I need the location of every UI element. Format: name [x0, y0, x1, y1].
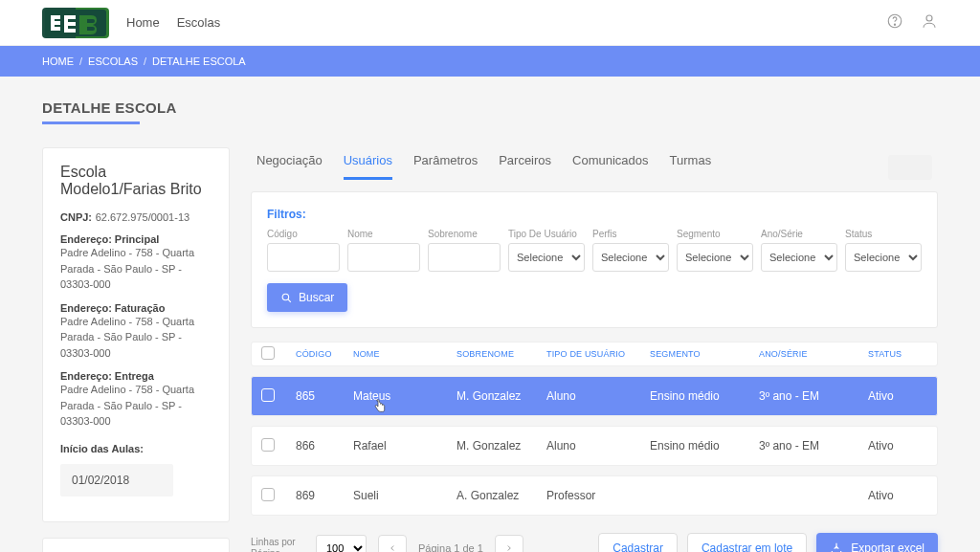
filter-card: Filtros: Código Nome Sobrenome [251, 191, 938, 328]
addr-faturacao-label: Endereço: Faturação [60, 302, 212, 314]
tab-extra-placeholder [888, 155, 932, 180]
school-name: Escola Modelo1/Farias Brito [60, 164, 212, 198]
exportar-excel-label: Exportar excel [851, 541, 924, 552]
filter-tipo-label: Tipo De Usuário [508, 229, 585, 239]
search-button[interactable]: Buscar [267, 283, 347, 312]
page-title: DETALHE ESCOLA [42, 99, 938, 116]
filter-perfis-label: Perfis [592, 229, 669, 239]
page: DETALHE ESCOLA Escola Modelo1/Farias Bri… [0, 77, 980, 552]
row-checkbox[interactable] [261, 438, 275, 452]
addr-faturacao: Padre Adelino - 758 - Quarta Parada - Sã… [60, 314, 212, 362]
filters-label: Filtros: [267, 208, 922, 221]
filter-nome-label: Nome [347, 229, 420, 239]
select-all-checkbox[interactable] [261, 346, 275, 360]
th-codigo[interactable]: CÓDIGO [296, 349, 353, 359]
breadcrumb-escolas[interactable]: ESCOLAS [88, 55, 138, 67]
search-button-label: Buscar [299, 291, 334, 304]
cadastrar-button[interactable]: Cadastrar [598, 533, 678, 552]
filter-sobrenome-input[interactable] [428, 243, 501, 272]
cell-tipo: Aluno [546, 389, 650, 403]
rows-per-page-select[interactable]: 100 [316, 535, 367, 552]
addr-entrega-label: Endereço: Entrega [60, 370, 212, 382]
th-segmento[interactable]: SEGMENTO [650, 349, 759, 359]
cell-codigo: 869 [296, 489, 353, 502]
addr-entrega: Padre Adelino - 758 - Quarta Parada - Sã… [60, 382, 212, 430]
breadcrumb-home[interactable]: HOME [42, 55, 74, 67]
exportar-excel-button[interactable]: Exportar excel [816, 533, 938, 552]
cadastrar-lote-button[interactable]: Cadastrar em lote [687, 533, 807, 552]
search-icon [280, 292, 293, 304]
filter-segmento-label: Segmento [677, 229, 753, 239]
table-header: CÓDIGO NOME SOBRENOME TIPO DE USUÁRIO SE… [251, 342, 938, 366]
breadcrumb: HOME / ESCOLAS / DETALHE ESCOLA [0, 46, 980, 77]
nav-escolas[interactable]: Escolas [177, 15, 221, 30]
prev-page-button[interactable] [378, 535, 407, 552]
cell-nome: Sueli [353, 489, 457, 502]
rows-per-page-label: Linhas por Página [251, 537, 304, 552]
help-icon[interactable] [886, 12, 903, 33]
next-page-button[interactable] [495, 535, 523, 552]
cell-sobrenome: M. Gonzalez [457, 389, 546, 403]
svg-point-3 [926, 15, 932, 21]
cell-codigo: 866 [296, 439, 353, 453]
cell-codigo: 865 [296, 389, 353, 403]
table-row[interactable]: 869 Sueli A. Gonzalez Professor Ativo [251, 475, 938, 516]
start-date-value: 01/02/2018 [60, 464, 173, 497]
table-row[interactable]: 866 Rafael M. Gonzalez Aluno Ensino médi… [251, 426, 938, 466]
cell-tipo: Aluno [546, 439, 650, 453]
filter-codigo-input[interactable] [267, 243, 340, 272]
filter-anoserie-select[interactable]: Selecione [761, 243, 837, 272]
cell-status: Ativo [868, 389, 927, 403]
filter-tipo-select[interactable]: Selecione [508, 243, 585, 272]
svg-point-4 [282, 294, 289, 300]
tab-parceiros[interactable]: Parceiros [499, 153, 551, 180]
filter-codigo-label: Código [267, 229, 340, 239]
cell-anoserie: 3º ano - EM [759, 439, 868, 453]
table-row[interactable]: 865 Mateus M. Gonzalez Aluno Ensino médi… [251, 376, 938, 416]
cell-anoserie: 3º ano - EM [759, 389, 868, 403]
cnpj-label: CNPJ: [60, 211, 92, 223]
nav-links: Home Escolas [126, 15, 220, 30]
nav-home[interactable]: Home [126, 15, 160, 30]
cell-sobrenome: A. Gonzalez [457, 489, 546, 502]
th-anoserie[interactable]: ANO/SÉRIE [759, 349, 868, 359]
user-icon[interactable] [921, 12, 938, 33]
tab-parametros[interactable]: Parâmetros [413, 153, 478, 180]
manager-card: Gestor Escola Manager Test LMS manager.l… [42, 538, 230, 553]
filter-nome-input[interactable] [347, 243, 420, 272]
cnpj-value: 62.672.975/0001-13 [96, 211, 189, 223]
tab-comunicados[interactable]: Comunicados [572, 153, 649, 180]
page-indicator: Página 1 de 1 [418, 542, 483, 552]
cell-nome: Rafael [353, 439, 457, 453]
topbar: Home Escolas [0, 0, 980, 46]
filter-sobrenome-label: Sobrenome [428, 229, 501, 239]
filter-status-select[interactable]: Selecione [845, 243, 922, 272]
logo[interactable] [42, 8, 109, 38]
topbar-right [886, 12, 938, 33]
row-checkbox[interactable] [261, 388, 275, 402]
tab-negociacao[interactable]: Negociação [256, 153, 323, 180]
svg-point-2 [894, 24, 895, 25]
th-nome[interactable]: NOME [353, 349, 457, 359]
logo-mark [45, 10, 106, 36]
row-checkbox[interactable] [261, 488, 275, 501]
th-sobrenome[interactable]: SOBRENOME [457, 349, 546, 359]
filter-segmento-select[interactable]: Selecione [677, 243, 753, 272]
cell-sobrenome: M. Gonzalez [457, 439, 546, 453]
th-tipo[interactable]: TIPO DE USUÁRIO [546, 349, 650, 359]
school-card: Escola Modelo1/Farias Brito CNPJ: 62.672… [42, 147, 230, 522]
th-status[interactable]: STATUS [868, 349, 927, 359]
cell-status: Ativo [868, 439, 927, 453]
addr-principal-label: Endereço: Principal [60, 233, 212, 245]
filter-status-label: Status [845, 229, 922, 239]
tab-turmas[interactable]: Turmas [670, 153, 712, 180]
cell-nome: Mateus [353, 389, 457, 403]
users-table: CÓDIGO NOME SOBRENOME TIPO DE USUÁRIO SE… [251, 342, 938, 516]
tabs: Negociação Usuários Parâmetros Parceiros… [251, 147, 938, 180]
addr-principal: Padre Adelino - 758 - Quarta Parada - Sã… [60, 245, 212, 293]
tab-usuarios[interactable]: Usuários [344, 153, 392, 180]
chevron-right-icon [504, 543, 514, 552]
cell-segmento: Ensino médio [650, 439, 759, 453]
filter-perfis-select[interactable]: Selecione [592, 243, 669, 272]
svg-line-5 [288, 299, 291, 302]
